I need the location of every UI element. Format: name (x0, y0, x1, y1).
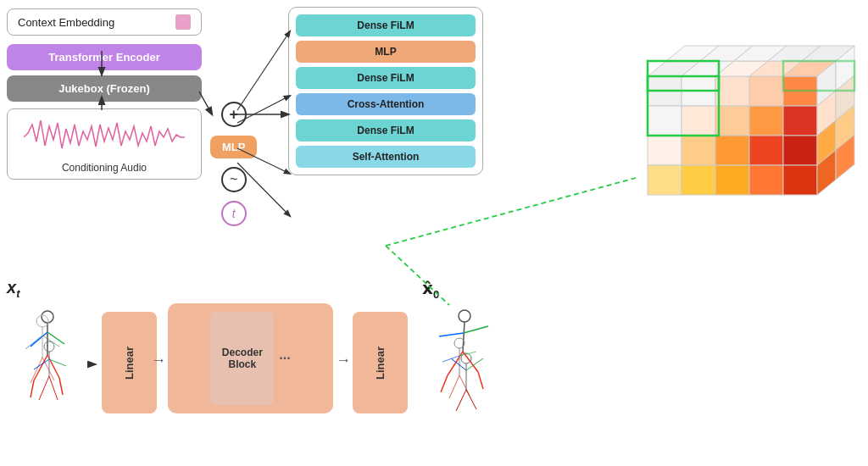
svg-rect-13 (749, 136, 783, 165)
svg-line-57 (34, 359, 49, 369)
svg-line-90 (386, 178, 636, 246)
svg-line-68 (478, 372, 483, 389)
linear-right-box: Linear (353, 312, 408, 413)
decoder-block-outer: Decoder Block ··· (168, 303, 333, 413)
svg-rect-11 (682, 136, 715, 165)
svg-line-66 (441, 375, 448, 392)
transformer-encoder-box: Transformer Encoder (7, 44, 202, 70)
3d-cube-container (622, 17, 860, 246)
svg-rect-6 (682, 106, 715, 136)
svg-line-85 (237, 31, 290, 110)
3d-cube-svg (622, 17, 860, 246)
svg-rect-18 (749, 165, 783, 195)
svg-line-44 (47, 332, 64, 344)
svg-rect-15 (648, 165, 682, 195)
plus-circle: + (221, 102, 247, 127)
mlp-stack: MLP (296, 41, 476, 63)
t-circle: t (221, 201, 247, 226)
svg-rect-9 (783, 106, 817, 136)
svg-line-60 (49, 376, 58, 400)
svg-line-59 (39, 376, 49, 400)
xhat-section: x̂0 (422, 278, 503, 423)
cross-attention-box: Cross-Attention (296, 93, 476, 115)
mlp-orange-box: MLP (210, 136, 257, 158)
svg-rect-8 (749, 106, 783, 136)
svg-point-75 (461, 353, 471, 363)
xhat-stick-figures (422, 301, 503, 419)
svg-line-48 (59, 378, 63, 395)
pink-square-icon (175, 14, 191, 30)
svg-rect-19 (783, 165, 817, 195)
decoder-stack: Dense FiLM MLP Dense FiLM Cross-Attentio… (288, 7, 483, 175)
svg-line-80 (466, 390, 476, 409)
svg-line-64 (464, 326, 488, 333)
xt-stick-figures (7, 300, 87, 419)
context-embedding-box: Context Embedding (7, 8, 202, 36)
linear-right-section: Linear (353, 312, 408, 413)
svg-point-49 (36, 315, 48, 327)
svg-rect-2 (715, 76, 749, 106)
jukebox-label: Jukebox (Frozen) (58, 82, 150, 95)
self-attention-box: Self-Attention (296, 146, 476, 168)
decoder-block-label: Decoder Block (214, 347, 270, 370)
dense-film-bot: Dense FiLM (296, 119, 476, 141)
arrow-to-decoder: → (151, 352, 166, 369)
svg-line-73 (449, 375, 459, 398)
svg-line-79 (456, 390, 466, 411)
svg-rect-14 (783, 136, 817, 165)
svg-point-55 (44, 341, 54, 352)
svg-rect-16 (682, 165, 715, 195)
svg-rect-10 (648, 136, 682, 165)
dense-film-mid: Dense FiLM (296, 67, 476, 89)
center-mlp-panel: + MLP ~ t (210, 102, 257, 226)
svg-point-41 (42, 311, 53, 323)
svg-line-63 (439, 333, 464, 336)
xt-label: xt (7, 278, 87, 300)
tilde-circle: ~ (221, 167, 247, 192)
svg-rect-17 (715, 165, 749, 195)
linear-left-box: Linear (102, 312, 157, 413)
xt-section: xt (7, 278, 87, 422)
transformer-encoder-label: Transformer Encoder (48, 51, 160, 64)
svg-point-61 (459, 310, 470, 322)
svg-line-53 (31, 358, 42, 383)
arrow-to-linear-right: → (336, 352, 351, 369)
jukebox-box: Jukebox (Frozen) (7, 75, 202, 102)
svg-rect-12 (715, 136, 749, 165)
svg-line-46 (31, 380, 34, 397)
audio-waveform (24, 116, 185, 158)
svg-rect-5 (648, 106, 682, 136)
left-panel: Context Embedding Transformer Encoder Ju… (7, 8, 202, 180)
conditioning-audio-container: Conditioning Audio (7, 108, 202, 180)
linear-left-section: Linear (93, 312, 157, 413)
svg-rect-7 (715, 106, 749, 136)
svg-line-77 (451, 358, 466, 370)
context-embedding-label: Context Embedding (18, 16, 114, 29)
xhat-label: x̂0 (422, 278, 503, 301)
svg-line-51 (25, 336, 42, 349)
conditioning-audio-label: Conditioning Audio (62, 162, 147, 174)
dense-film-top: Dense FiLM (296, 14, 476, 36)
decoder-block-inner: Decoder Block (210, 312, 274, 405)
svg-line-52 (42, 336, 59, 347)
dots-label: ··· (279, 351, 290, 366)
svg-rect-3 (749, 76, 783, 106)
